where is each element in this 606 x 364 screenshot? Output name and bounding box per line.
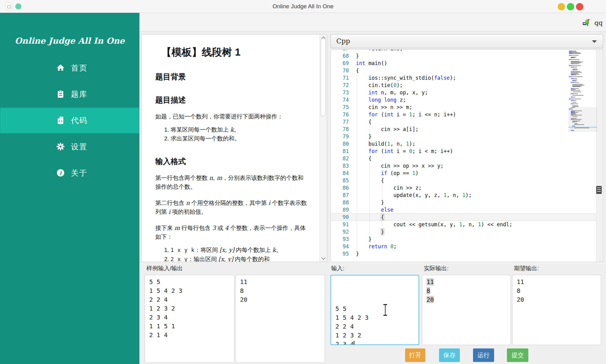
run-input-textarea[interactable]: 5 51 5 4 2 32 2 41 2 3 22 3 41 1 5 12 1 … <box>331 275 419 345</box>
line-number: 86 <box>331 184 349 191</box>
code-line-88[interactable]: 88 } <box>331 199 597 206</box>
code-line-73[interactable]: 73 int n, m, op, x, y; <box>331 89 597 96</box>
code-line-76[interactable]: 76 for (int i = 1; i <= n; i++) <box>331 111 597 118</box>
sidebar-item-label: 题库 <box>71 81 87 107</box>
code-line-84[interactable]: 84 if (op == 1) <box>331 169 597 177</box>
expected-output-box[interactable]: 11820 <box>512 275 601 345</box>
minimize-button[interactable] <box>558 3 565 10</box>
zoom-button[interactable] <box>567 3 574 10</box>
text-line: 2 2 4 <box>335 322 414 331</box>
line-number: 94 <box>331 243 349 250</box>
code-line-95[interactable]: 95} <box>331 250 597 257</box>
sample-output-box[interactable]: 11820 <box>235 275 325 363</box>
chevron-down-icon <box>592 40 597 43</box>
code-text: { <box>356 118 371 126</box>
line-number: 68 <box>331 52 349 60</box>
run-button[interactable]: 运行 <box>473 348 494 362</box>
text-line: 2 3 4 <box>149 313 230 322</box>
editor-scrollbar[interactable] <box>596 50 603 262</box>
line-number: 91 <box>331 221 349 228</box>
code-line-70[interactable]: 70{ <box>331 67 597 74</box>
sidebar-item-label: 代码 <box>71 107 87 133</box>
problem-paragraph: 第一行包含两个整数 n, m，分别表示该数列数字的个数和操作的总个数。 <box>155 173 308 191</box>
problem-content: 【模板】线段树 1 题目背景题目描述如题，已知一个数列，你需要进行下面两种操作：… <box>142 35 327 262</box>
code-line-67[interactable]: 67 return ans; <box>331 49 597 52</box>
code-line-69[interactable]: 69int main() <box>331 60 597 67</box>
user-avatar[interactable] <box>582 18 591 27</box>
code-line-92[interactable]: 92 } <box>331 228 597 235</box>
code-line-72[interactable]: 72 cin.tie(0); <box>331 82 597 89</box>
home-icon <box>56 64 65 72</box>
line-number: 67 <box>331 49 349 52</box>
code-line-80[interactable]: 80 build(1, n, 1); <box>331 140 597 147</box>
code-line-91[interactable]: 91 cout << getsum(x, y, 1, n, 1) << endl… <box>331 221 597 228</box>
problem-title: 【模板】线段树 1 <box>161 46 327 58</box>
code-line-89[interactable]: 89 else <box>331 206 597 213</box>
line-number: 81 <box>331 147 349 155</box>
sample-input-box[interactable]: 5 51 5 4 2 32 2 41 2 3 22 3 41 1 5 12 1 … <box>145 275 235 363</box>
line-number: 80 <box>331 140 349 147</box>
code-line-75[interactable]: 75 cin >> n >> m; <box>331 104 597 111</box>
problem-section-heading: 题目背景 <box>155 72 327 82</box>
text-line: 11 <box>240 278 320 286</box>
text-line: 8 <box>427 286 506 295</box>
actual-output-box[interactable]: 11820 <box>422 275 511 345</box>
code-text: } <box>356 250 359 257</box>
line-number: 70 <box>331 67 349 74</box>
code-line-78[interactable]: 78 cin >> a[i]; <box>331 126 597 133</box>
code-text: else <box>356 206 394 213</box>
code-line-90[interactable]: 90 { <box>331 213 597 221</box>
minimap[interactable] <box>569 51 597 132</box>
code-line-85[interactable]: 85 { <box>331 177 597 184</box>
line-number: 90 <box>331 213 349 221</box>
code-text: { <box>356 177 384 184</box>
code-line-82[interactable]: 82 { <box>331 155 597 162</box>
open-button[interactable]: 打开 <box>405 348 425 362</box>
code-line-79[interactable]: 79 } <box>331 133 597 140</box>
sidebar-item-code[interactable]: 代码 <box>0 107 139 133</box>
code-line-87[interactable]: 87 update(x, y, z, 1, n, 1); <box>331 191 597 199</box>
code-line-77[interactable]: 77 { <box>331 118 597 126</box>
text-line: 1 5 4 2 3 <box>335 313 414 322</box>
scroll-annotation-icon[interactable] <box>596 186 602 194</box>
sidebar-item-home[interactable]: 首页 <box>0 55 139 81</box>
sidebar-item-problems[interactable]: 题库 <box>0 81 139 107</box>
text-line: 5 5 <box>149 278 230 286</box>
code-line-83[interactable]: 83 cin >> op >> x >> y; <box>331 162 597 169</box>
expected-output-label: 期望输出: <box>514 264 539 272</box>
submit-button[interactable]: 提交 <box>507 348 528 362</box>
run-input-label: 输入: <box>331 264 344 272</box>
code-line-94[interactable]: 94 return 0; <box>331 243 597 250</box>
scrollbar-thumb[interactable] <box>321 38 326 116</box>
code-line-71[interactable]: 71 ios::sync_with_stdio(false); <box>331 74 597 82</box>
problem-list-item: 2 x y：输出区间 [x, y] 内每个数的和 <box>171 255 327 262</box>
sidebar-item-about[interactable]: i关于 <box>0 160 139 186</box>
code-text: { <box>356 213 384 221</box>
username-label: qq <box>594 19 603 27</box>
clipboard-icon <box>56 90 65 98</box>
problem-scrollbar[interactable] <box>320 35 327 262</box>
line-number: 89 <box>331 206 349 213</box>
actual-output-label: 实际输出: <box>424 264 449 272</box>
code-text: return ans; <box>356 49 403 52</box>
close-button[interactable] <box>576 3 583 10</box>
line-number: 82 <box>331 155 349 162</box>
code-text: build(1, n, 1); <box>356 140 416 147</box>
text-line: 1 2 3 2 <box>149 304 230 313</box>
problem-paragraph: 如题，已知一个数列，你需要进行下面两种操作： <box>155 112 308 121</box>
code-line-74[interactable]: 74 long long z; <box>331 96 597 104</box>
language-select[interactable]: Cpp <box>331 34 603 48</box>
code-line-68[interactable]: 68} <box>331 52 597 60</box>
text-line: 20 <box>517 295 597 304</box>
code-line-81[interactable]: 81 for (int i = 0; i < m; i++) <box>331 147 597 155</box>
save-button[interactable]: 保存 <box>439 348 460 362</box>
code-text: int n, m, op, x, y; <box>356 89 428 96</box>
sidebar-item-settings[interactable]: 设置 <box>0 133 139 160</box>
code-text: } <box>356 199 384 206</box>
scroll-down-icon[interactable] <box>321 256 326 260</box>
code-editor[interactable]: 67 return ans;68}69int main()70{71 ios::… <box>331 49 603 262</box>
code-line-86[interactable]: 86 cin >> z; <box>331 184 597 191</box>
samples-label: 样例输入/输出 <box>146 264 183 272</box>
code-line-93[interactable]: 93 } <box>331 235 597 243</box>
app-logo: Online Judge All In One <box>0 36 139 46</box>
